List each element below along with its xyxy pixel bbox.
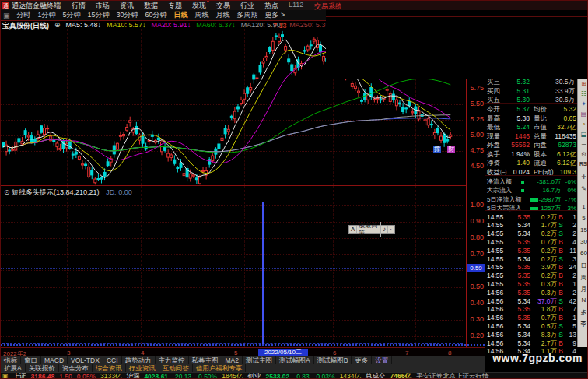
strip-period-60[interactable]: 60 bbox=[578, 250, 588, 257]
period-item-7[interactable]: 日线 bbox=[174, 10, 188, 20]
indicator-tab-8[interactable]: 私募主图 bbox=[189, 356, 222, 364]
tick-count: 2 bbox=[572, 272, 576, 279]
stat-row: 最低5.24市值32.7亿 bbox=[485, 123, 577, 132]
tick-row: 14:555.341.7万S2 bbox=[485, 221, 577, 229]
chart-tag-2[interactable]: 财 bbox=[447, 146, 455, 153]
menu-item-3[interactable]: 资讯 bbox=[120, 1, 134, 11]
period-item-11[interactable]: 更多 > bbox=[265, 10, 285, 20]
indicator-tab-5[interactable]: CCI bbox=[103, 356, 122, 364]
indicator-tab-10[interactable]: 测试主图 bbox=[243, 356, 276, 364]
info-tab-2[interactable]: 关联报价 bbox=[26, 364, 59, 372]
strip-favorite-icon[interactable]: ✦ bbox=[578, 100, 588, 107]
indicator-tab-12[interactable]: 测试幅图B bbox=[314, 356, 352, 364]
flow-value: -16.7万 bbox=[541, 186, 561, 195]
ime-toolbar[interactable]: A股最高策♪· bbox=[348, 225, 395, 234]
indicator-name[interactable]: 短线多头提示(13,84,210,21) bbox=[12, 188, 100, 196]
strip-menu-icon[interactable]: ☰ bbox=[578, 141, 588, 148]
info-tab-5[interactable]: 行业资讯 bbox=[126, 364, 159, 372]
tick-count: 1 bbox=[572, 314, 576, 321]
index-name-3[interactable]: 创业 bbox=[248, 372, 261, 379]
chart-type-icon[interactable]: ▣ bbox=[3, 12, 10, 19]
menu-item-5[interactable]: 专题 bbox=[168, 1, 182, 11]
strip-rsi-button[interactable]: RSI bbox=[578, 161, 588, 167]
main-scale-label: 5.50 bbox=[467, 100, 484, 107]
ime-segment-2[interactable]: 股最高策 bbox=[357, 222, 381, 237]
strip-crosshair-icon[interactable]: ✛ bbox=[578, 174, 588, 181]
tick-direction: S bbox=[558, 255, 563, 263]
indicator-panel[interactable]: ⊙ 短线多头提示(13,84,210,21) JD: 0.00 A股最高策♪· bbox=[1, 185, 466, 347]
strip-period-1[interactable]: 1 bbox=[578, 203, 588, 210]
tick-price: 5.35 bbox=[517, 289, 530, 297]
strip-period-多[interactable]: 多 bbox=[578, 308, 588, 317]
strip-period-N[interactable]: N bbox=[578, 297, 588, 304]
strip-clock-icon[interactable]: ◔ bbox=[578, 121, 588, 128]
ma-label-1: MA5: 5.48↓ bbox=[66, 21, 102, 29]
indicator-tab-1[interactable]: 指标 bbox=[1, 356, 21, 364]
strip-draw-icon[interactable]: ✎ bbox=[578, 185, 588, 192]
bid-price: 5.32 bbox=[516, 78, 530, 86]
menu-item-9[interactable]: 热点 bbox=[264, 1, 278, 11]
menu-item-7[interactable]: 交易 bbox=[216, 1, 230, 11]
broker-label[interactable]: 平安证券北京上证云行情 bbox=[416, 372, 489, 379]
strip-list-icon[interactable]: ▤ bbox=[578, 111, 588, 118]
status-window-icon[interactable]: ▣ bbox=[2, 373, 9, 379]
info-tab-4[interactable]: 综合资讯 bbox=[93, 364, 126, 372]
tick-time: 14:55 bbox=[487, 280, 503, 288]
menu-item-10[interactable]: L112 bbox=[289, 1, 303, 11]
menu-item-6[interactable]: 发现 bbox=[192, 1, 206, 11]
strip-period-5[interactable]: 5 bbox=[578, 215, 588, 222]
info-tab-3[interactable]: 资金分布 bbox=[59, 364, 93, 372]
info-tab-6[interactable]: 互动问答 bbox=[159, 364, 193, 372]
indicator-tab-14[interactable]: 设置 bbox=[372, 356, 392, 364]
indicator-tab-11[interactable]: 测试幅图A bbox=[276, 356, 314, 364]
stat-row: 现量1446总量118435 bbox=[485, 132, 577, 141]
period-item-5[interactable]: 30分钟 bbox=[117, 10, 138, 20]
strip-period-日[interactable]: 日 bbox=[578, 261, 588, 270]
tick-volume: 0.7万 bbox=[541, 238, 557, 246]
indicator-tab-13[interactable]: 更多 bbox=[352, 356, 372, 364]
strip-period-30[interactable]: 30 bbox=[578, 238, 588, 245]
trade-system-label[interactable]: 交易系统 bbox=[314, 2, 341, 12]
menu-item-1[interactable]: 行情 bbox=[72, 1, 86, 11]
ime-segment-3[interactable]: ♪ bbox=[381, 226, 388, 233]
menu-item-2[interactable]: 市场 bbox=[96, 1, 110, 11]
strip-period-周[interactable]: 周 bbox=[578, 273, 588, 282]
info-tab-1[interactable]: 扩展A bbox=[1, 364, 26, 372]
strip-layout-icon[interactable]: ⊞ bbox=[578, 80, 588, 87]
period-item-6[interactable]: 60分钟 bbox=[145, 10, 167, 20]
strip-period-15[interactable]: 15 bbox=[578, 226, 588, 233]
indicator-tab-7[interactable]: 主力监控 bbox=[156, 356, 189, 364]
flow-bar-icon bbox=[530, 198, 538, 202]
period-item-3[interactable]: 5分钟 bbox=[63, 10, 81, 20]
period-item-1[interactable]: 分时 bbox=[17, 10, 31, 20]
index-name-2[interactable]: 沪深 bbox=[126, 372, 139, 379]
strip-period-季[interactable]: 季 bbox=[578, 320, 588, 328]
chart-tag-1[interactable]: 撑 bbox=[433, 146, 441, 153]
indicator-tab-3[interactable]: MACD bbox=[41, 356, 68, 364]
ime-segment-4[interactable]: · bbox=[388, 226, 394, 233]
indicator-tab-4[interactable]: VOL-TDX bbox=[68, 356, 103, 364]
indicator-tab-6[interactable]: 趋势动力 bbox=[122, 356, 156, 364]
ind-gridline-v bbox=[141, 186, 142, 347]
info-tab-7[interactable]: 信用户福利专享 bbox=[193, 364, 247, 372]
compare-icon[interactable]: ⊕ bbox=[54, 21, 61, 29]
indicator-tab-2[interactable]: 窗口 bbox=[21, 356, 41, 364]
flow-row: 净流入额-381.0万-6% bbox=[485, 177, 577, 186]
period-item-8[interactable]: 周线 bbox=[195, 10, 209, 20]
period-item-2[interactable]: 1分钟 bbox=[38, 10, 56, 20]
ime-segment-1[interactable]: A bbox=[349, 226, 357, 233]
period-item-10[interactable]: 多周期 bbox=[237, 10, 258, 20]
tick-direction: B bbox=[558, 263, 563, 271]
strip-period-月[interactable]: 月 bbox=[578, 285, 588, 293]
strip-board-icon[interactable]: ☷ bbox=[578, 90, 588, 97]
strip-panel-icon[interactable]: ⬓ bbox=[578, 131, 588, 138]
menu-item-4[interactable]: 数据 bbox=[144, 1, 158, 11]
indicator-tab-9[interactable]: MA2 bbox=[222, 356, 243, 364]
index-name-1[interactable]: 上证 bbox=[13, 372, 26, 379]
ind-gridline bbox=[1, 287, 464, 288]
tick-price: 5.35 bbox=[517, 247, 530, 254]
menu-item-8[interactable]: 行业 bbox=[240, 1, 254, 11]
strip-gear-icon[interactable]: ⚙ bbox=[578, 151, 588, 158]
period-item-9[interactable]: 月线 bbox=[216, 10, 230, 20]
period-item-4[interactable]: 15分钟 bbox=[88, 10, 110, 20]
